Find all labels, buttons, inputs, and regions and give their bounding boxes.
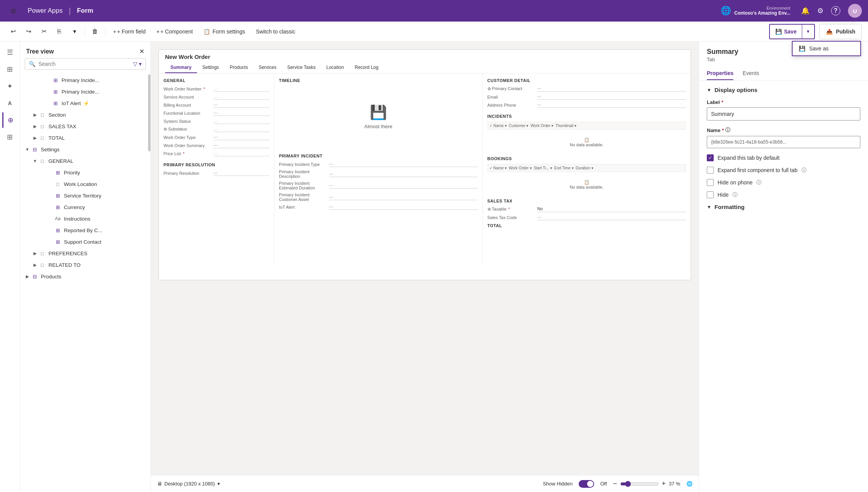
text-icon[interactable]: A [2, 95, 18, 111]
hide-on-phone-info-icon[interactable]: ⓘ [756, 179, 761, 186]
redo-button[interactable]: ↪ [22, 25, 35, 38]
tree-item-iot-alert[interactable]: ⊞ IoT Alert ⚡ [20, 97, 150, 109]
label-input[interactable] [707, 107, 860, 120]
form-field-pi-desc: Primary Incident Description — [279, 169, 478, 179]
switch-classic-button[interactable]: Switch to classic [251, 25, 300, 38]
grid-icon-sc: ⊞ [54, 238, 62, 246]
tree-item-work-location[interactable]: □ Work Location [20, 178, 150, 190]
form-field-pi-estimated: Primary Incident Estimated Duration — [279, 181, 478, 190]
add-component-button[interactable]: + + Component [152, 25, 198, 38]
delete-button[interactable]: 🗑 [88, 25, 102, 38]
form-tab-settings[interactable]: Settings [197, 62, 224, 73]
publish-icon: 📤 [826, 28, 833, 35]
publish-button[interactable]: 📤 Publish [820, 24, 862, 39]
display-options-header[interactable]: ▼ Display options [707, 87, 860, 93]
undo-button[interactable]: ↩ [6, 25, 20, 38]
expand-tab-label: Expand this tab by default [718, 155, 780, 161]
save-button[interactable]: 💾 Save [770, 25, 802, 38]
hide-info-icon[interactable]: ⓘ [733, 191, 738, 198]
menu-icon[interactable]: ☰ [2, 45, 18, 60]
home-icon[interactable]: ⊞ [2, 62, 18, 77]
hide-on-phone-checkbox[interactable] [707, 179, 714, 186]
tree-item-preferences[interactable]: ▶ □ PREFERENCES [20, 248, 150, 259]
tree-item-service-territory[interactable]: ⊞ Service Territory [20, 190, 150, 201]
data-icon[interactable]: ⊞ [2, 129, 18, 145]
tree-item-currency[interactable]: ⊞ Currency [20, 201, 150, 213]
gear-icon[interactable]: ⚙ [817, 7, 823, 15]
save-dropdown-button[interactable]: ▾ [802, 25, 814, 38]
copy-button[interactable]: ⎘ [52, 25, 66, 38]
expand-tab-checkbox[interactable]: ✓ [707, 154, 714, 161]
cut-button[interactable]: ✂ [37, 25, 51, 38]
tree-item-primary-incide-1[interactable]: ⊞ Primary Incide... [20, 74, 150, 86]
formatting-header[interactable]: ▼ Formatting [707, 204, 860, 210]
bell-icon[interactable]: 🔔 [801, 7, 810, 15]
form-tab-service-tasks[interactable]: Service Tasks [282, 62, 321, 73]
tree-item-related-to[interactable]: ▶ □ RELATED TO [20, 259, 150, 271]
grid-icon-2: ⊞ [52, 88, 59, 95]
tree-body: ⊞ Primary Incide... ⊞ Primary Incide... … [20, 73, 150, 492]
lightning-badge: ⚡ [83, 100, 89, 106]
tree-item-products[interactable]: ▶ ⊟ Products [20, 271, 150, 282]
save-as-item[interactable]: 💾 Save as [793, 42, 860, 55]
zoom-plus-button[interactable]: + [662, 480, 666, 488]
main-layout: ☰ ⊞ ✦ A ⊕ ⊞ Tree view ✕ 🔍 ▽ ▾ [0, 42, 868, 492]
device-chevron: ▾ [217, 481, 220, 487]
paste-dropdown-button[interactable]: ▾ [68, 25, 82, 38]
toggle-off-label: Off [600, 481, 607, 487]
expand-component-info-icon[interactable]: ⓘ [801, 167, 806, 174]
waffle-icon[interactable]: ⊞ [6, 4, 20, 18]
help-icon[interactable]: ? [831, 6, 840, 15]
tree-toggle-expanded: ▼ [24, 146, 31, 153]
grid-icon-st: ⊞ [54, 192, 62, 199]
tree-close-button[interactable]: ✕ [139, 48, 144, 55]
form-section-primary-incident: PRIMARY INCIDENT Primary Incident Type —… [279, 154, 478, 210]
tree-item-reported-by[interactable]: ⊞ Reported By C... [20, 224, 150, 236]
topbar-form-label: Form [77, 7, 93, 15]
tree-item-primary-incide-2[interactable]: ⊞ Primary Incide... [20, 86, 150, 97]
tree-item-support-contact[interactable]: ⊞ Support Contact [20, 236, 150, 248]
zoom-minus-button[interactable]: − [613, 480, 617, 488]
tree-item-settings[interactable]: ▼ ⊟ Settings [20, 144, 150, 155]
tree-toggle-icon [45, 88, 52, 95]
zoom-slider[interactable] [620, 481, 659, 487]
show-hidden-toggle[interactable] [579, 480, 594, 488]
form-tab-location[interactable]: Location [321, 62, 349, 73]
form-tab-record-log[interactable]: Record Log [349, 62, 384, 73]
timeline-placeholder: 💾 Almost there [279, 86, 478, 147]
name-input[interactable] [707, 136, 860, 148]
hide-checkbox[interactable] [707, 191, 714, 198]
form-tab-services[interactable]: Services [253, 62, 282, 73]
box-icon: □ [38, 111, 46, 119]
tree-item-section[interactable]: ▶ □ Section [20, 109, 150, 120]
expand-component-checkbox[interactable] [707, 167, 714, 174]
form-header: New Work Order Summary Settings Products… [159, 50, 691, 74]
avatar[interactable]: U [848, 4, 862, 18]
insert-icon[interactable]: ✦ [2, 79, 18, 94]
tree-toggle-icon [47, 227, 54, 234]
layers-icon[interactable]: ⊕ [2, 112, 18, 128]
name-info-icon[interactable]: ⓘ [725, 127, 730, 134]
form-settings-button[interactable]: 📋 Form settings [199, 25, 250, 38]
device-selector[interactable]: 🖥 Desktop (1920 x 1080) ▾ [157, 481, 220, 487]
add-form-field-button[interactable]: + + Form field [108, 25, 150, 38]
form-field-system-status: System Status … [164, 118, 269, 124]
grid-icon-rb: ⊞ [54, 226, 62, 234]
label-field-label: Label * [707, 99, 860, 105]
form-tab-products[interactable]: Products [224, 62, 253, 73]
save-as-icon: 💾 [799, 45, 805, 52]
form-field-primary-resolution: Primary Resolution — [164, 170, 269, 176]
filter-button[interactable]: ▽ ▾ [133, 61, 142, 67]
tree-item-priority[interactable]: ⊞ Priority [20, 167, 150, 178]
tree-item-sales-tax[interactable]: ▶ □ SALES TAX [20, 120, 150, 132]
tree-toggle-icon [47, 238, 54, 245]
tree-item-total[interactable]: ▶ □ TOTAL [20, 132, 150, 144]
tree-item-instructions[interactable]: Aa Instructions [20, 213, 150, 224]
props-tab-events[interactable]: Events [743, 67, 759, 80]
props-tab-properties[interactable]: Properties [707, 67, 733, 80]
search-input[interactable] [38, 61, 130, 67]
expand-tab-row: ✓ Expand this tab by default [707, 154, 860, 161]
desktop-icon: 🖥 [157, 481, 162, 487]
form-tab-summary[interactable]: Summary [165, 62, 197, 73]
tree-item-general-section[interactable]: ▼ □ GENERAL [20, 155, 150, 167]
